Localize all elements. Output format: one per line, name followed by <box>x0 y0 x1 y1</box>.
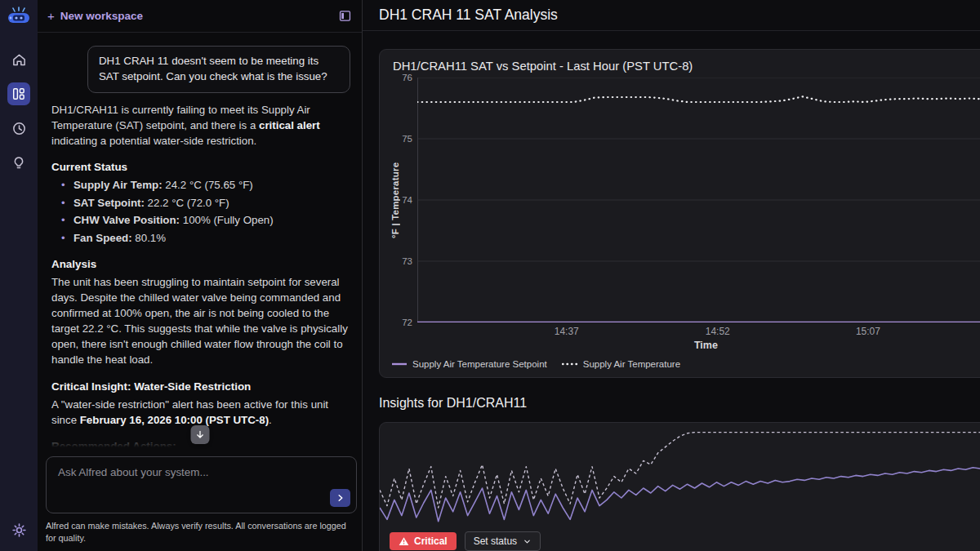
sat-chart-plot[interactable] <box>417 78 980 322</box>
panel-left-icon <box>338 9 352 23</box>
assistant-message: DH1/CRAH11 is currently failing to meet … <box>51 103 350 450</box>
status-list: Supply Air Temp: 24.2 °C (75.65 °F)SAT S… <box>51 178 350 246</box>
gear-icon <box>11 522 27 538</box>
sidebar-item-workspaces[interactable] <box>7 82 30 105</box>
critical-badge-label: Critical <box>414 535 448 547</box>
history-clock-icon <box>11 121 27 136</box>
chat-panel: + New workspace DH1 CRAH 11 doesn't seem… <box>38 0 363 551</box>
assistant-heading: Analysis <box>51 256 350 272</box>
sidebar <box>0 0 38 551</box>
new-workspace-button[interactable]: + New workspace <box>47 9 143 23</box>
scroll-to-bottom-button[interactable] <box>190 425 209 444</box>
x-tick-label: 15:07 <box>856 326 880 337</box>
list-item: Supply Air Temp: 24.2 °C (75.65 °F) <box>74 178 350 193</box>
collapse-panel-button[interactable] <box>338 9 352 23</box>
legend-swatch <box>562 362 578 367</box>
assistant-heading: Critical Insight: Water-Side Restriction <box>51 379 350 394</box>
chat-input[interactable]: Ask Alfred about your system... <box>46 456 357 513</box>
insights-card: Critical Set status <box>379 422 980 551</box>
critical-status-badge[interactable]: Critical <box>390 532 457 550</box>
settings-button[interactable] <box>7 518 30 541</box>
x-tick-label: 14:52 <box>706 326 730 337</box>
list-item: Fan Speed: 80.1% <box>74 231 350 247</box>
assistant-paragraph: The unit has been struggling to maintain… <box>51 275 350 367</box>
y-tick-label: 75 <box>402 134 412 144</box>
insights-badge-row: Critical Set status <box>380 527 980 551</box>
workspaces-icon <box>11 87 26 101</box>
legend-item[interactable]: Supply Air Temperature <box>562 359 680 369</box>
y-tick-label: 74 <box>402 195 412 205</box>
sidebar-item-home[interactable] <box>7 48 30 71</box>
x-axis-title-row: Time <box>417 340 980 354</box>
set-status-dropdown[interactable]: Set status <box>465 531 541 551</box>
lightbulb-icon <box>11 155 26 171</box>
warning-triangle-icon <box>399 536 409 546</box>
x-axis-ticks: 14:3714:5215:07 <box>417 322 980 340</box>
set-status-label: Set status <box>474 535 517 547</box>
plus-icon: + <box>47 9 55 23</box>
y-tick-label: 72 <box>402 318 412 327</box>
legend-label: Supply Air Temperature Setpoint <box>412 359 547 369</box>
y-tick-label: 73 <box>402 256 412 266</box>
legend-swatch <box>391 362 408 367</box>
chat-input-placeholder: Ask Alfred about your system... <box>58 466 209 478</box>
chat-messages[interactable]: DH1 CRAH 11 doesn't seem to be meeting i… <box>38 33 362 450</box>
y-axis-ticks: 7675747372 <box>380 78 416 322</box>
main-area: DH1 CRAH 11 SAT Analysis DH1/CRAH11 SAT … <box>363 0 980 551</box>
insights-trend-chart <box>380 424 980 527</box>
chat-disclaimer: Alfred can make mistakes. Always verify … <box>46 520 350 544</box>
chevron-right-icon <box>336 493 345 503</box>
assistant-heading: Current Status <box>51 159 350 175</box>
list-item: SAT Setpoint: 22.2 °C (72.0 °F) <box>74 196 350 211</box>
sat-chart-card: DH1/CRAH11 SAT vs Setpoint - Last Hour (… <box>379 49 980 378</box>
new-workspace-label: New workspace <box>60 10 143 22</box>
page-title: DH1 CRAH 11 SAT Analysis <box>379 7 558 24</box>
home-icon <box>11 52 27 68</box>
main-header: DH1 CRAH 11 SAT Analysis <box>363 0 980 31</box>
chevron-down-icon <box>523 537 532 546</box>
sidebar-item-insights[interactable] <box>7 151 30 174</box>
assistant-paragraph: A "water-side restriction" alert has bee… <box>51 398 350 429</box>
assistant-paragraph: DH1/CRAH11 is currently failing to meet … <box>51 103 350 149</box>
chart-plot-row: °F | Temperature 7675747372 <box>380 78 980 322</box>
x-tick-label: 14:37 <box>555 326 579 337</box>
sat-vs-setpoint-chart <box>417 78 980 322</box>
chart-title: DH1/CRAH11 SAT vs Setpoint - Last Hour (… <box>380 50 980 78</box>
arrow-down-icon <box>194 429 205 440</box>
legend-label: Supply Air Temperature <box>583 359 680 369</box>
main-content: DH1/CRAH11 SAT vs Setpoint - Last Hour (… <box>363 31 980 551</box>
sidebar-item-history[interactable] <box>7 117 30 140</box>
legend-item[interactable]: Supply Air Temperature Setpoint <box>391 359 547 369</box>
chat-header: + New workspace <box>38 0 362 33</box>
insights-section-title: Insights for DH1/CRAH11 <box>379 396 980 411</box>
x-axis-title: Time <box>694 340 718 351</box>
list-item: CHW Valve Position: 100% (Fully Open) <box>74 213 350 229</box>
chart-legend: Supply Air Temperature SetpointSupply Ai… <box>380 354 980 377</box>
y-tick-label: 76 <box>402 73 412 82</box>
send-button[interactable] <box>330 489 350 507</box>
alfred-logo-icon[interactable] <box>7 7 31 28</box>
user-message: DH1 CRAH 11 doesn't seem to be meeting i… <box>87 46 350 93</box>
insights-chart-plot[interactable] <box>380 424 980 527</box>
